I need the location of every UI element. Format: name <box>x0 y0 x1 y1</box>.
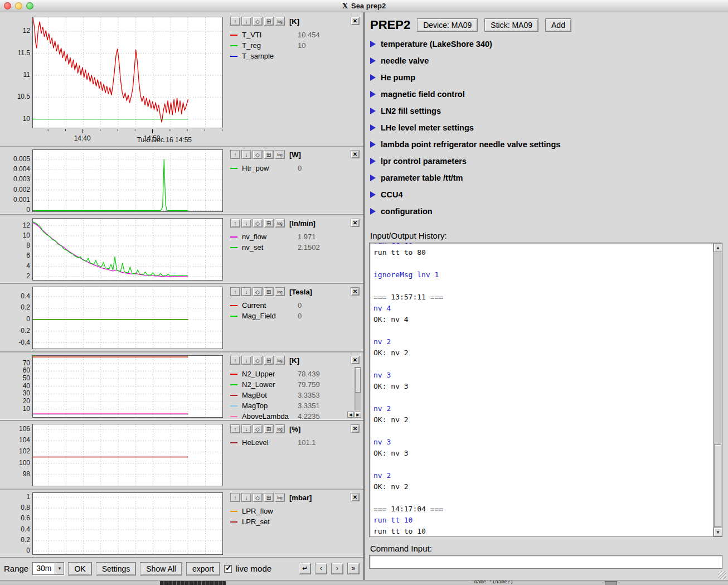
scroll-left-arrow-icon[interactable]: ◀ <box>347 412 354 418</box>
expand-triangle-icon[interactable] <box>370 74 376 81</box>
range-select[interactable]: 30m ▼ <box>32 562 64 575</box>
next-nav-button[interactable]: › <box>331 563 343 574</box>
scroll-down-button-icon[interactable]: ↓ <box>241 287 251 296</box>
expand-triangle-icon[interactable] <box>370 208 376 215</box>
ok-button[interactable]: OK <box>68 562 91 576</box>
close-chart-icon[interactable]: ✕ <box>351 356 360 364</box>
plot-canvas[interactable] <box>32 492 223 555</box>
device-item-8[interactable]: parameter table /tt/tm <box>370 170 727 186</box>
device-item-6[interactable]: lambda point refrigerator needle valve s… <box>370 136 727 153</box>
scroll-down-button-icon[interactable]: ↓ <box>241 17 251 26</box>
show-all-button[interactable]: Show All <box>140 562 182 576</box>
minimize-window-button[interactable] <box>15 2 22 9</box>
scroll-up-button-icon[interactable]: ↑ <box>230 287 240 296</box>
log-scale-button-icon[interactable]: log <box>275 287 285 296</box>
scroll-up-button-icon[interactable]: ↑ <box>230 17 240 26</box>
device-item-9[interactable]: CCU4 <box>370 186 727 203</box>
scroll-down-button-icon[interactable]: ↓ <box>241 424 251 433</box>
close-chart-icon[interactable]: ✕ <box>351 287 360 296</box>
expand-triangle-icon[interactable] <box>370 124 376 131</box>
expand-triangle-icon[interactable] <box>370 175 376 181</box>
scroll-up-button-icon[interactable]: ↑ <box>230 356 240 365</box>
scroll-down-button-icon[interactable]: ↓ <box>241 150 251 159</box>
grid-button-icon[interactable]: ⊞ <box>264 219 274 228</box>
io-history-console[interactable]: run tt 80run tt to 80ignoreMsg lnv 1=== … <box>369 243 722 537</box>
device-item-2[interactable]: He pump <box>370 69 727 86</box>
log-scale-button-icon[interactable]: log <box>275 150 285 159</box>
scroll-right-arrow-icon[interactable]: ▶ <box>355 412 361 418</box>
plot-canvas[interactable] <box>32 355 223 418</box>
scroll-down-button-icon[interactable]: ↓ <box>241 219 251 228</box>
log-scale-button-icon[interactable]: log <box>275 493 285 502</box>
grid-button-icon[interactable]: ⊞ <box>264 17 274 26</box>
zoom-reset-button-icon[interactable]: ◇ <box>253 150 263 159</box>
add-button[interactable]: Add <box>545 18 571 32</box>
scroll-down-button-icon[interactable]: ↓ <box>241 493 251 502</box>
live-mode-checkbox[interactable]: ✓ <box>224 565 232 573</box>
close-chart-icon[interactable]: ✕ <box>351 150 360 158</box>
last-nav-button[interactable]: » <box>347 563 360 574</box>
grid-button-icon[interactable]: ⊞ <box>264 493 274 502</box>
grid-button-icon[interactable]: ⊞ <box>264 287 274 296</box>
device-item-7[interactable]: lpr control parameters <box>370 153 727 170</box>
close-window-button[interactable] <box>4 2 11 9</box>
close-chart-icon[interactable]: ✕ <box>351 219 360 227</box>
command-input[interactable] <box>369 555 722 569</box>
settings-button[interactable]: Settings <box>96 562 137 576</box>
plot-canvas[interactable] <box>32 218 223 281</box>
close-chart-icon[interactable]: ✕ <box>351 424 360 433</box>
zoom-reset-button-icon[interactable]: ◇ <box>253 219 263 228</box>
scroll-up-button-icon[interactable]: ↑ <box>230 150 240 159</box>
log-scale-button-icon[interactable]: log <box>275 17 285 26</box>
scroll-down-arrow-icon[interactable]: ▼ <box>714 528 722 536</box>
return-nav-button[interactable]: ↵ <box>299 563 311 574</box>
expand-triangle-icon[interactable] <box>370 57 376 64</box>
stick-button[interactable]: Stick: MA09 <box>484 18 538 32</box>
scroll-down-button-icon[interactable]: ↓ <box>241 356 251 365</box>
expand-triangle-icon[interactable] <box>370 158 376 165</box>
grid-button-icon[interactable]: ⊞ <box>264 424 274 433</box>
log-scale-button-icon[interactable]: log <box>275 356 285 365</box>
zoom-reset-button-icon[interactable]: ◇ <box>253 424 263 433</box>
legend-scrollbar-thumb[interactable] <box>355 368 361 393</box>
scrollbar-thumb[interactable] <box>714 444 721 527</box>
device-item-5[interactable]: LHe level meter settings <box>370 119 727 136</box>
scroll-up-button-icon[interactable]: ↑ <box>230 424 240 433</box>
scroll-up-button-icon[interactable]: ↑ <box>230 219 240 228</box>
close-chart-icon[interactable]: ✕ <box>351 493 360 501</box>
console-scrollbar[interactable]: ▲ ▼ <box>713 243 722 536</box>
zoom-reset-button-icon[interactable]: ◇ <box>253 287 263 296</box>
device-item-1[interactable]: needle valve <box>370 52 727 69</box>
legend-scrollbar[interactable] <box>355 367 361 410</box>
export-button[interactable]: export <box>186 562 220 576</box>
expand-triangle-icon[interactable] <box>370 191 376 198</box>
zoom-reset-button-icon[interactable]: ◇ <box>253 493 263 502</box>
log-scale-button-icon[interactable]: log <box>275 424 285 433</box>
scroll-up-arrow-icon[interactable]: ▲ <box>714 243 722 252</box>
expand-triangle-icon[interactable] <box>370 108 376 114</box>
resize-grip[interactable] <box>718 571 726 579</box>
log-scale-button-icon[interactable]: log <box>275 219 285 228</box>
close-chart-icon[interactable]: ✕ <box>351 17 360 25</box>
scroll-up-button-icon[interactable]: ↑ <box>230 493 240 502</box>
device-item-3[interactable]: magnetic field control <box>370 86 727 103</box>
expand-triangle-icon[interactable] <box>370 41 376 47</box>
prev-nav-button[interactable]: ‹ <box>315 563 327 574</box>
zoom-reset-button-icon[interactable]: ◇ <box>253 356 263 365</box>
plot-canvas[interactable] <box>32 17 223 128</box>
grid-button-icon[interactable]: ⊞ <box>264 150 274 159</box>
expand-triangle-icon[interactable] <box>370 141 376 148</box>
expand-triangle-icon[interactable] <box>370 91 376 98</box>
zoom-window-button[interactable] <box>26 2 33 9</box>
plot-canvas[interactable] <box>32 149 223 212</box>
legend-entry: N2_Lower79.759 <box>230 379 363 390</box>
grid-button-icon[interactable]: ⊞ <box>264 356 274 365</box>
device-item-10[interactable]: configuration <box>370 203 727 220</box>
device-button[interactable]: Device: MA09 <box>417 18 478 32</box>
device-item-4[interactable]: LN2 fill settings <box>370 103 727 119</box>
zoom-reset-button-icon[interactable]: ◇ <box>253 17 263 26</box>
y-tick-label: 0.2 <box>0 536 30 544</box>
plot-canvas[interactable] <box>32 287 223 349</box>
device-item-0[interactable]: temperature (LakeShore 340) <box>370 36 727 52</box>
plot-canvas[interactable] <box>32 424 223 486</box>
